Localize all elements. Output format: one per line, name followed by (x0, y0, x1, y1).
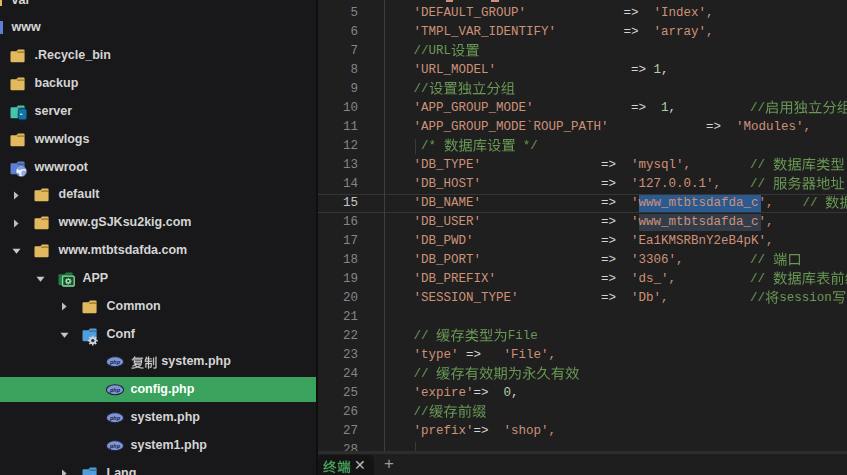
svg-text:php: php (109, 387, 121, 393)
svg-text:php: php (109, 359, 121, 365)
svg-text:php: php (109, 415, 121, 421)
svg-text:php: php (109, 443, 121, 449)
